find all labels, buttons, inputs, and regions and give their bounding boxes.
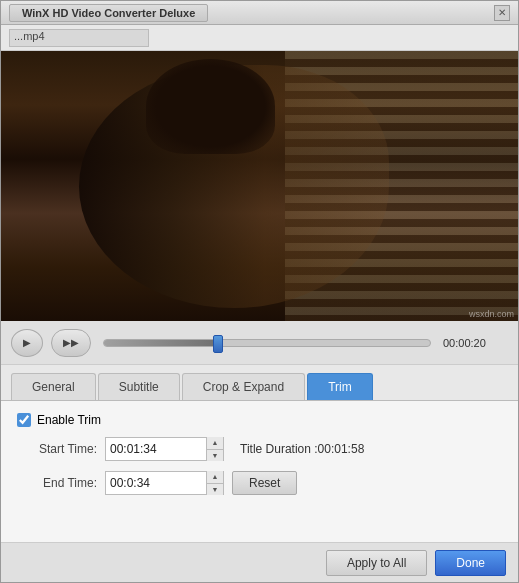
- start-time-input[interactable]: [106, 438, 206, 460]
- time-display: 00:00:20: [443, 337, 508, 349]
- title-duration-label: Title Duration :: [240, 442, 318, 456]
- enable-trim-row: Enable Trim: [17, 413, 502, 427]
- seek-thumb[interactable]: [213, 335, 223, 353]
- seek-fill: [104, 340, 218, 346]
- main-window: WinX HD Video Converter Deluxe ✕ ...mp4 …: [0, 0, 519, 583]
- title-duration-value: 00:01:58: [318, 442, 365, 456]
- file-bar: ...mp4: [1, 25, 518, 51]
- fast-forward-button[interactable]: ▶▶: [51, 329, 91, 357]
- end-time-up-button[interactable]: ▲: [207, 471, 223, 484]
- watermark: wsxdn.com: [469, 309, 514, 319]
- enable-trim-checkbox[interactable]: [17, 413, 31, 427]
- start-time-row: Start Time: ▲ ▼ Title Duration :00:01:58: [17, 437, 502, 461]
- tab-trim[interactable]: Trim: [307, 373, 373, 400]
- end-time-input-wrapper[interactable]: ▲ ▼: [105, 471, 224, 495]
- end-time-down-button[interactable]: ▼: [207, 484, 223, 496]
- close-button[interactable]: ✕: [494, 5, 510, 21]
- done-button[interactable]: Done: [435, 550, 506, 576]
- file-path-display: ...mp4: [9, 29, 149, 47]
- tab-general[interactable]: General: [11, 373, 96, 400]
- apply-to-all-button[interactable]: Apply to All: [326, 550, 427, 576]
- start-time-spinners: ▲ ▼: [206, 437, 223, 461]
- end-time-input[interactable]: [106, 472, 206, 494]
- enable-trim-label: Enable Trim: [37, 413, 101, 427]
- title-duration-text: Title Duration :00:01:58: [240, 442, 364, 456]
- bottom-bar: Apply to All Done: [1, 542, 518, 582]
- reset-button[interactable]: Reset: [232, 471, 297, 495]
- ff-icon: ▶▶: [63, 337, 79, 348]
- play-icon: ▶: [23, 337, 31, 348]
- play-button[interactable]: ▶: [11, 329, 43, 357]
- end-time-label: End Time:: [17, 476, 97, 490]
- start-time-label: Start Time:: [17, 442, 97, 456]
- title-bar-text: WinX HD Video Converter Deluxe: [9, 4, 208, 22]
- tab-subtitle[interactable]: Subtitle: [98, 373, 180, 400]
- end-time-row: End Time: ▲ ▼ Reset: [17, 471, 502, 495]
- start-time-down-button[interactable]: ▼: [207, 450, 223, 462]
- tabs-bar: General Subtitle Crop & Expand Trim: [1, 365, 518, 401]
- end-time-spinners: ▲ ▼: [206, 471, 223, 495]
- title-bar: WinX HD Video Converter Deluxe ✕: [1, 1, 518, 25]
- playback-bar: ▶ ▶▶ 00:00:20: [1, 321, 518, 365]
- start-time-up-button[interactable]: ▲: [207, 437, 223, 450]
- start-time-input-wrapper[interactable]: ▲ ▼: [105, 437, 224, 461]
- seek-bar[interactable]: [103, 339, 431, 347]
- content-area: Enable Trim Start Time: ▲ ▼ Title Durati…: [1, 401, 518, 542]
- tab-crop-expand[interactable]: Crop & Expand: [182, 373, 305, 400]
- video-preview: wsxdn.com: [1, 51, 518, 321]
